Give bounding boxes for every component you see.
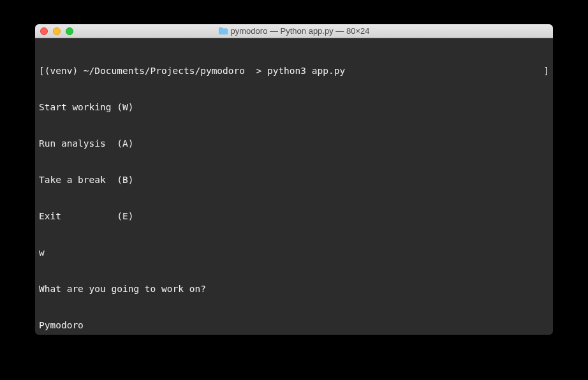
prompt-line: [(venv) ~/Documents/Projects/pymodoro > … <box>39 65 549 77</box>
window-title: pymodoro — Python app.py — 80×24 <box>231 26 370 36</box>
close-icon[interactable] <box>40 27 48 35</box>
terminal-line: Pymodoro <box>39 319 549 332</box>
terminal-line: Take a break (B) <box>39 174 549 186</box>
terminal-line: Run analysis (A) <box>39 138 549 150</box>
prompt-left-bracket: [ <box>39 65 45 77</box>
terminal-line: What are you going to work on? <box>39 283 549 295</box>
folder-icon <box>219 27 228 34</box>
terminal-window: pymodoro — Python app.py — 80×24 [(venv)… <box>35 24 553 335</box>
titlebar: pymodoro — Python app.py — 80×24 <box>35 24 553 38</box>
terminal-body[interactable]: [(venv) ~/Documents/Projects/pymodoro > … <box>35 38 553 335</box>
traffic-lights <box>40 27 73 35</box>
prompt-text: (venv) ~/Documents/Projects/pymodoro > p… <box>45 65 544 77</box>
minimize-icon[interactable] <box>53 27 61 35</box>
title-center: pymodoro — Python app.py — 80×24 <box>35 26 553 36</box>
terminal-line: Exit (E) <box>39 210 549 223</box>
terminal-line: Start working (W) <box>39 101 549 113</box>
prompt-right-bracket: ] <box>543 65 549 77</box>
maximize-icon[interactable] <box>66 27 73 35</box>
terminal-line: w <box>39 247 549 259</box>
